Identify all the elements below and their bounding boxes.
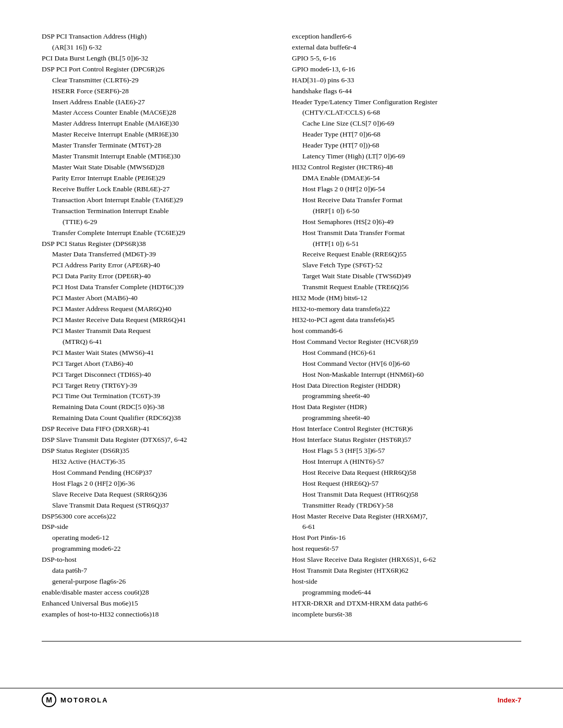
index-entry: programming mode6-44: [292, 587, 521, 598]
footer: M MOTOROLA Index-7: [0, 688, 563, 707]
index-entry: (CHTY/CLAT/CCLS) 6-68: [292, 107, 521, 118]
index-entry: programming shee6t-40: [292, 391, 521, 402]
index-entry: Transmit Request Enable (TRE6Q)56: [292, 282, 521, 293]
right-column: exception handler6-6external data buffe6…: [292, 31, 521, 620]
index-entry: Host Interface Control Register (HCT6R)6: [292, 424, 521, 435]
index-entry: Slave Receive Data Request (SRR6Q)36: [42, 489, 271, 500]
index-entry: Host Request (HRE6Q)-57: [292, 478, 521, 489]
index-entry: PCI Target Retry (TRT6Y)-39: [42, 380, 271, 391]
index-entry: Header Type/Latency Timer Configuration …: [292, 97, 521, 108]
index-entry: DSP Receive Data FIFO (DRX6R)-41: [42, 424, 271, 435]
index-entry: Enhanced Universal Bus mo6e)15: [42, 598, 271, 609]
index-entry: PCI Target Disconnect (TDI6S)-40: [42, 369, 271, 380]
index-entry: Host Command (HC6)-61: [292, 348, 521, 359]
index-entry: Transmitter Ready (TRD6Y)-58: [292, 500, 521, 511]
motorola-symbol: M: [46, 696, 52, 704]
index-entry: Master Access Counter Enable (MAC6E)28: [42, 107, 271, 118]
index-entry: DSP Slave Transmit Data Register (DTX6S)…: [42, 435, 271, 446]
index-entry: Receive Request Enable (RRE6Q)55: [292, 249, 521, 260]
index-entry: Parity Error Interrupt Enable (PEI6E)29: [42, 173, 271, 184]
index-entry: Remaining Data Count (RDC[5 0]6)-38: [42, 402, 271, 413]
index-entry: DSP PCI Port Control Register (DPC6R)26: [42, 64, 271, 75]
index-entry: 6-61: [292, 522, 521, 533]
index-entry: (AR[31 16]) 6-32: [42, 42, 271, 53]
index-entry: handshake flags 6-44: [292, 86, 521, 97]
index-entry: Latency Timer (High) (LT[7 0])6-69: [292, 151, 521, 162]
index-entry: external data buffe6r-4: [292, 42, 521, 53]
footer-logo: M MOTOROLA: [42, 693, 108, 707]
index-entry: examples of host-to-HI32 connectio6s)18: [42, 609, 271, 620]
index-entry: Host Flags 2 0 (HF[2 0])6-54: [292, 184, 521, 195]
index-entry: Host Receive Data Transfer Format: [292, 195, 521, 206]
index-entry: Header Type (HT[7 0])6-68: [292, 129, 521, 140]
index-entry: Receive Buffer Lock Enable (RBL6E)-27: [42, 184, 271, 195]
content-area: DSP PCI Transaction Address (High)(AR[31…: [42, 31, 521, 620]
index-entry: (HRF[1 0]) 6-50: [292, 206, 521, 217]
index-entry: general-purpose flag6s-26: [42, 576, 271, 587]
index-entry: HI32 Active (HACT)6-35: [42, 456, 271, 467]
index-entry: host command6-6: [292, 326, 521, 337]
index-entry: Host Interface Status Register (HST6R)57: [292, 435, 521, 446]
index-entry: incomplete burs6t-38: [292, 609, 521, 620]
page: DSP PCI Transaction Address (High)(AR[31…: [0, 0, 563, 728]
index-entry: Host Command Vector Register (HCV6R)59: [292, 337, 521, 348]
index-entry: PCI Master Abort (MAB6)-40: [42, 293, 271, 304]
index-entry: DSP56300 core acce6s)22: [42, 511, 271, 522]
index-entry: Transaction Abort Interrupt Enable (TAI6…: [42, 195, 271, 206]
index-entry: Insert Address Enable (IAE6)-27: [42, 97, 271, 108]
index-entry: (MTRQ) 6-41: [42, 337, 271, 348]
index-entry: Host Port Pin6s-16: [292, 533, 521, 544]
index-entry: PCI Master Wait States (MWS6)-41: [42, 348, 271, 359]
index-entry: Clear Transmitter (CLRT6)-29: [42, 75, 271, 86]
index-entry: Host Data Register (HDR): [292, 402, 521, 413]
index-entry: GPIO mode6-13, 6-16: [292, 64, 521, 75]
index-entry: Host Transmit Data Register (HTX6R)62: [292, 565, 521, 576]
index-entry: PCI Master Address Request (MAR6Q)40: [42, 304, 271, 315]
index-entry: operating mode6-12: [42, 533, 271, 544]
motorola-name: MOTOROLA: [60, 696, 108, 704]
left-column: DSP PCI Transaction Address (High)(AR[31…: [42, 31, 271, 620]
index-entry: Master Address Interrupt Enable (MAI6E)3…: [42, 118, 271, 129]
index-entry: Slave Transmit Data Request (STR6Q)37: [42, 500, 271, 511]
index-entry: (TTIE) 6-29: [42, 217, 271, 228]
index-entry: programming shee6t-40: [292, 413, 521, 424]
index-entry: Master Receive Interrupt Enable (MRI6E)3…: [42, 129, 271, 140]
index-entry: host-side: [292, 576, 521, 587]
index-entry: Host Master Receive Data Register (HRX6M…: [292, 511, 521, 522]
index-entry: PCI Time Out Termination (TC6T)-39: [42, 391, 271, 402]
index-entry: Host Data Direction Register (HDDR): [292, 380, 521, 391]
index-entry: DSP PCI Transaction Address (High): [42, 31, 271, 42]
index-entry: HSERR Force (SERF6)-28: [42, 86, 271, 97]
index-entry: GPIO 5-5, 6-16: [292, 53, 521, 64]
index-entry: PCI Data Burst Length (BL[5 0])6-32: [42, 53, 271, 64]
index-entry: Host Interrupt A (HINT6)-57: [292, 456, 521, 467]
index-entry: Host Transmit Data Transfer Format: [292, 228, 521, 239]
index-entry: DSP-side: [42, 522, 271, 533]
index-entry: Master Transfer Terminate (MT6T)-28: [42, 140, 271, 151]
index-entry: HTXR-DRXR and DTXM-HRXM data path6-6: [292, 598, 521, 609]
index-entry: PCI Master Receive Data Request (MRR6Q)4…: [42, 315, 271, 326]
index-entry: host reques6t-57: [292, 544, 521, 554]
index-entry: Host Flags 5 3 (HF[5 3])6-57: [292, 446, 521, 456]
index-entry: Remaining Data Count Qualifier (RDC6Q)38: [42, 413, 271, 424]
index-entry: DSP-to-host: [42, 554, 271, 565]
footer-divider: [42, 641, 521, 641]
index-entry: Master Data Transferred (MD6T)-39: [42, 249, 271, 260]
index-entry: HI32 Control Register (HCTR6)-48: [292, 162, 521, 173]
index-entry: HI32-to-PCI agent data transfe6s)45: [292, 315, 521, 326]
index-entry: data pat6h-7: [42, 565, 271, 576]
index-entry: Host Non-Maskable Interrupt (HNM6I)-60: [292, 369, 521, 380]
index-entry: Host Flags 2 0 (HF[2 0])6-36: [42, 478, 271, 489]
index-entry: Header Type (HT[7 0]))-68: [292, 140, 521, 151]
index-entry: DMA Enable (DMAE)6-54: [292, 173, 521, 184]
index-entry: Master Wait State Disable (MWS6D)28: [42, 162, 271, 173]
index-entry: Slave Fetch Type (SF6T)-52: [292, 260, 521, 271]
index-entry: Host Slave Receive Data Register (HRX6S)…: [292, 554, 521, 565]
index-entry: DSP PCI Status Register (DPS6R)38: [42, 239, 271, 250]
index-entry: HAD[31–0) pins 6-33: [292, 75, 521, 86]
index-entry: Target Wait State Disable (TWS6D)49: [292, 271, 521, 282]
index-entry: Host Command Pending (HC6P)37: [42, 467, 271, 478]
index-entry: PCI Target Abort (TAB6)-40: [42, 359, 271, 369]
index-entry: Host Semaphores (HS[2 0]6)-49: [292, 217, 521, 228]
index-entry: DSP Status Register (DS6R)35: [42, 446, 271, 456]
